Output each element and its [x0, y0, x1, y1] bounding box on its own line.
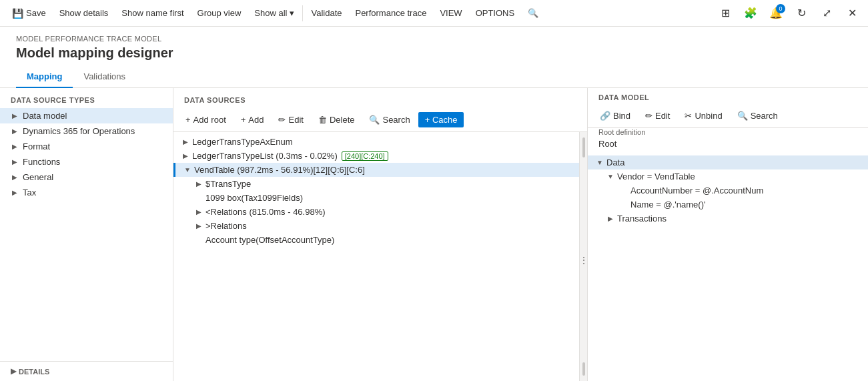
- chevron-right-icon: ▶: [181, 152, 189, 159]
- chevron-right-icon: ▶: [11, 173, 19, 181]
- chevron-right-icon: ▶: [606, 215, 614, 222]
- plus-icon: +: [241, 115, 246, 125]
- page-title: Model mapping designer: [16, 45, 852, 61]
- edit-icon: ✏: [278, 115, 286, 125]
- ds-item-vend-table[interactable]: ▼ VendTable (987.2ms - 56.91%)[12][Q:6][…: [173, 163, 579, 177]
- data-sources-tree: ▶ LedgerTransTypeAxEnum ▶ LedgerTransTyp…: [173, 132, 579, 381]
- cache-button[interactable]: + Cache: [418, 112, 464, 127]
- add-button[interactable]: + Add: [234, 112, 271, 127]
- delete-button[interactable]: 🗑 Delete: [312, 112, 362, 127]
- ds-item-account-type[interactable]: Account type(OffsetAccountType): [173, 233, 579, 247]
- details-footer[interactable]: ▶ DETAILS: [0, 361, 173, 381]
- ds-item-relations-in[interactable]: ▶ <Relations (815.0ms - 46.98%): [173, 205, 579, 219]
- chevron-down-icon: ▼: [183, 166, 191, 173]
- ds-item-1099-box[interactable]: 1099 box(Tax1099Fields): [173, 191, 579, 205]
- group-view-button[interactable]: Group view: [191, 0, 248, 27]
- chevron-right-icon: ▶: [195, 222, 203, 230]
- drag-handle-dots[interactable]: ⋮: [577, 253, 588, 268]
- expand-window-button[interactable]: ⤢: [816, 3, 837, 24]
- main-content: MODEL PERFORMANCE TRACE MODEL Model mapp…: [0, 27, 868, 381]
- data-sources-header: DATA SOURCES: [173, 88, 587, 108]
- dm-item-transactions[interactable]: ▶ Transactions: [588, 212, 868, 226]
- validate-button[interactable]: Validate: [304, 0, 348, 27]
- save-icon: 💾: [12, 8, 23, 19]
- dm-edit-button[interactable]: ✏ Edit: [638, 108, 677, 123]
- breadcrumb: MODEL PERFORMANCE TRACE MODEL: [16, 35, 852, 43]
- search-icon: 🔍: [369, 115, 380, 125]
- scroll-thumb-bottom: [582, 362, 585, 376]
- ds-type-format[interactable]: ▶ Format: [0, 139, 173, 154]
- dm-search-button[interactable]: 🔍 Search: [731, 108, 785, 123]
- toolbar-separator: [302, 5, 303, 21]
- unbind-button[interactable]: ✂ Unbind: [678, 108, 729, 123]
- bind-icon: 🔗: [600, 111, 610, 121]
- search-icon: 🔍: [528, 8, 538, 18]
- main-toolbar: 💾 Save Show details Show name first Grou…: [0, 0, 868, 27]
- data-source-types-header: DATA SOURCE TYPES: [0, 88, 173, 108]
- ds-item-ledger-trans-type-ax-enum[interactable]: ▶ LedgerTransTypeAxEnum: [173, 135, 579, 149]
- middle-drag-handle: ⋮: [579, 132, 587, 381]
- performance-trace-button[interactable]: Performance trace: [348, 0, 433, 27]
- ds-type-dynamics365[interactable]: ▶ Dynamics 365 for Operations: [0, 123, 173, 139]
- chevron-right-icon: ▶: [11, 143, 19, 150]
- notification-area: 🔔 0: [765, 3, 787, 24]
- search-button[interactable]: 🔍 Search: [362, 112, 416, 127]
- data-model-header: DATA MODEL: [588, 88, 868, 104]
- ds-type-data-model[interactable]: ▶ Data model: [0, 108, 173, 123]
- middle-panel: DATA SOURCES + Add root + Add ✏ Edit 🗑 D…: [173, 88, 588, 381]
- chevron-right-icon: ▶: [195, 208, 203, 216]
- chevron-right-icon: ▶: [11, 189, 19, 196]
- perf-badge-ledger: [240][C:240]: [342, 151, 388, 161]
- header-area: MODEL PERFORMANCE TRACE MODEL Model mapp…: [0, 27, 868, 88]
- chevron-right-icon: ▶: [181, 138, 189, 145]
- chevron-right-icon: ▶: [11, 127, 19, 135]
- tab-mapping[interactable]: Mapping: [16, 66, 73, 88]
- extension-icon-button[interactable]: 🧩: [740, 3, 761, 24]
- chevron-down-icon: ▼: [606, 173, 614, 180]
- dm-item-name[interactable]: Name = @.'name()': [588, 198, 868, 212]
- show-name-first-button[interactable]: Show name first: [115, 0, 190, 27]
- details-chevron-icon: ▶: [11, 367, 16, 376]
- show-all-chevron-icon: ▾: [290, 8, 294, 18]
- scroll-thumb: [582, 137, 585, 157]
- ds-type-functions[interactable]: ▶ Functions: [0, 154, 173, 169]
- save-button[interactable]: 💾 Save: [5, 0, 53, 27]
- chevron-right-icon: ▶: [11, 158, 19, 165]
- refresh-button[interactable]: ↻: [791, 3, 812, 24]
- grid-icon-button[interactable]: ⊞: [715, 3, 736, 24]
- data-model-tree: ▼ Data ▼ Vendor = VendTable AccountNumbe…: [588, 153, 868, 381]
- root-definition-label: Root definition: [588, 128, 868, 137]
- view-button[interactable]: VIEW: [433, 0, 468, 27]
- bind-button[interactable]: 🔗 Bind: [593, 108, 637, 123]
- ds-item-relations-out[interactable]: ▶ >Relations: [173, 219, 579, 233]
- chevron-down-icon: ▼: [596, 159, 604, 166]
- ds-type-tax[interactable]: ▶ Tax: [0, 185, 173, 200]
- add-root-button[interactable]: + Add root: [179, 112, 233, 127]
- unbind-icon: ✂: [685, 111, 692, 121]
- right-toolbar: 🔗 Bind ✏ Edit ✂ Unbind 🔍 Search: [588, 104, 868, 128]
- dm-item-vendor[interactable]: ▼ Vendor = VendTable: [588, 169, 868, 183]
- dm-item-account-number[interactable]: AccountNumber = @.AccountNum: [588, 183, 868, 198]
- close-button[interactable]: ✕: [841, 3, 863, 24]
- right-panel: DATA MODEL 🔗 Bind ✏ Edit ✂ Unbind 🔍 Sear…: [588, 88, 868, 381]
- middle-toolbar: + Add root + Add ✏ Edit 🗑 Delete 🔍 S: [173, 108, 587, 132]
- tab-validations[interactable]: Validations: [73, 66, 136, 88]
- edit-button[interactable]: ✏ Edit: [272, 112, 310, 127]
- toolbar-search-button[interactable]: 🔍: [521, 0, 545, 27]
- ds-item-ledger-trans-type-list[interactable]: ▶ LedgerTransTypeList (0.3ms - 0.02%) [2…: [173, 149, 579, 163]
- dm-item-data[interactable]: ▼ Data: [588, 155, 868, 169]
- chevron-right-icon: ▶: [11, 112, 19, 119]
- search-icon: 🔍: [737, 111, 748, 121]
- delete-icon: 🗑: [318, 115, 327, 125]
- ds-item-trans-type[interactable]: ▶ $TransType: [173, 177, 579, 191]
- tab-bar: Mapping Validations: [16, 66, 852, 87]
- options-button[interactable]: OPTIONS: [469, 0, 522, 27]
- left-panel: DATA SOURCE TYPES ▶ Data model ▶ Dynamic…: [0, 88, 173, 381]
- ds-type-general[interactable]: ▶ General: [0, 169, 173, 185]
- notification-badge: 0: [776, 4, 785, 13]
- show-all-button[interactable]: Show all ▾: [248, 0, 301, 27]
- root-label: Root: [588, 137, 868, 153]
- toolbar-right-area: ⊞ 🧩 🔔 0 ↻ ⤢ ✕: [715, 3, 863, 24]
- show-details-button[interactable]: Show details: [53, 0, 115, 27]
- edit-icon: ✏: [645, 111, 653, 121]
